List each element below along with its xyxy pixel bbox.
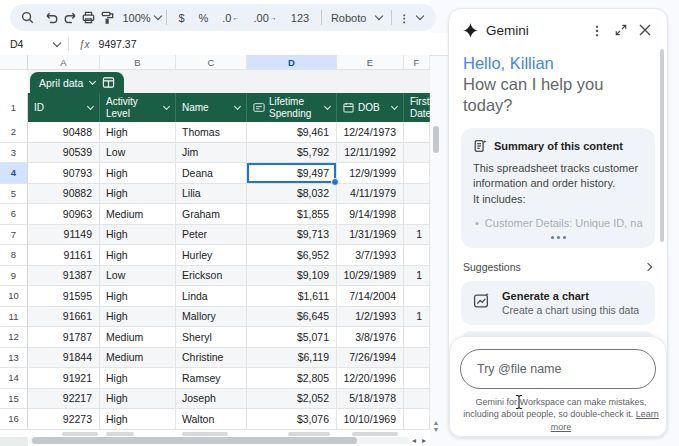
- cell-C13[interactable]: Christine: [176, 348, 247, 368]
- cell-E10[interactable]: 7/14/2004: [337, 286, 404, 306]
- cell-A2[interactable]: 90488: [28, 122, 100, 142]
- cell-F8[interactable]: [404, 245, 430, 265]
- cell-B3[interactable]: Low: [100, 143, 176, 163]
- column-header-F[interactable]: F: [404, 55, 430, 69]
- row-header-16[interactable]: 16: [0, 409, 28, 429]
- cell-E6[interactable]: 9/14/1998: [337, 204, 404, 224]
- cell-D3[interactable]: $5,792: [247, 143, 337, 163]
- cell-C14[interactable]: Ramsey: [176, 368, 247, 388]
- column-header-A[interactable]: A: [28, 55, 100, 69]
- cell-B4[interactable]: High: [100, 163, 176, 183]
- cell-B10[interactable]: High: [100, 286, 176, 306]
- cell-C11[interactable]: Mallory: [176, 307, 247, 327]
- cell-B13[interactable]: Medium: [100, 348, 176, 368]
- undo-icon[interactable]: [43, 4, 62, 31]
- cell-F15[interactable]: [404, 389, 430, 409]
- decrease-decimals-button[interactable]: .0←: [215, 4, 246, 31]
- cell-C12[interactable]: Sheryl: [176, 327, 247, 347]
- cell-A16[interactable]: 92273: [28, 409, 100, 429]
- cell-F12[interactable]: [404, 327, 430, 347]
- cell-E5[interactable]: 4/11/1979: [337, 184, 404, 204]
- table-header-lifetime-spending[interactable]: Lifetime Spending: [247, 93, 337, 122]
- cell-E14[interactable]: 12/20/1996: [337, 368, 404, 388]
- cell-C5[interactable]: Lilia: [176, 184, 247, 204]
- cell-D15[interactable]: $2,052: [247, 389, 337, 409]
- cell-D11[interactable]: $6,645: [247, 307, 337, 327]
- font-select[interactable]: Roboto: [327, 4, 386, 31]
- cell-F5[interactable]: [404, 184, 430, 204]
- horizontal-scroll-thumb[interactable]: [32, 437, 357, 444]
- cell-F11[interactable]: 1: [404, 307, 430, 327]
- table-header-first-date[interactable]: First Date: [404, 93, 430, 122]
- cell-F2[interactable]: [404, 122, 430, 142]
- row-header-15[interactable]: 15: [0, 389, 28, 409]
- cell-F16[interactable]: [404, 409, 430, 429]
- cell-C3[interactable]: Jim: [176, 143, 247, 163]
- cell-C8[interactable]: Hurley: [176, 245, 247, 265]
- table-header-dob[interactable]: DOB: [337, 93, 404, 122]
- summary-card[interactable]: Summary of this content This spreadsheet…: [461, 128, 655, 248]
- cell-A5[interactable]: 90882: [28, 184, 100, 204]
- cell-C16[interactable]: Walton: [176, 409, 247, 429]
- cell-A14[interactable]: 91921: [28, 368, 100, 388]
- cell-C15[interactable]: Joseph: [176, 389, 247, 409]
- cell-E2[interactable]: 12/24/1973: [337, 122, 404, 142]
- row-header-1[interactable]: 1: [0, 93, 28, 122]
- cell-B14[interactable]: High: [100, 368, 176, 388]
- cell-E15[interactable]: 5/18/1978: [337, 389, 404, 409]
- panel-more-options-icon[interactable]: ⋮: [589, 22, 605, 38]
- paint-format-icon[interactable]: [98, 4, 117, 31]
- cell-D13[interactable]: $6,119: [247, 348, 337, 368]
- column-header-E[interactable]: E: [337, 55, 404, 69]
- name-box-dropdown-icon[interactable]: [53, 38, 61, 46]
- cell-C10[interactable]: Linda: [176, 286, 247, 306]
- column-header-B[interactable]: B: [100, 55, 176, 69]
- cell-A7[interactable]: 91149: [28, 225, 100, 245]
- cell-D10[interactable]: $1,611: [247, 286, 337, 306]
- row-header-3[interactable]: 3: [0, 143, 28, 163]
- cell-A4[interactable]: 90793: [28, 163, 100, 183]
- cell-A11[interactable]: 91661: [28, 307, 100, 327]
- cell-F4[interactable]: [404, 163, 430, 183]
- row-header-7[interactable]: 7: [0, 225, 28, 245]
- name-box[interactable]: D4: [0, 38, 54, 50]
- cell-E7[interactable]: 1/31/1969: [337, 225, 404, 245]
- cell-A15[interactable]: 92217: [28, 389, 100, 409]
- cell-F10[interactable]: [404, 286, 430, 306]
- cell-D7[interactable]: $9,713: [247, 225, 337, 245]
- redo-icon[interactable]: [61, 4, 80, 31]
- cell-C6[interactable]: Graham: [176, 204, 247, 224]
- fill-handle[interactable]: [331, 178, 339, 186]
- cell-F6[interactable]: [404, 204, 430, 224]
- cell-D16[interactable]: $3,076: [247, 409, 337, 429]
- cell-B6[interactable]: Medium: [100, 204, 176, 224]
- prompt-input[interactable]: [460, 349, 656, 389]
- format-currency-button[interactable]: $: [171, 4, 191, 31]
- cell-A8[interactable]: 91161: [28, 245, 100, 265]
- panel-scrollbar[interactable]: [660, 49, 664, 242]
- column-dropdown-icon[interactable]: [324, 102, 331, 109]
- suggestion-generate-chart[interactable]: Generate a chart Create a chart using th…: [461, 281, 655, 325]
- cell-E12[interactable]: 3/8/1976: [337, 327, 404, 347]
- cell-A3[interactable]: 90539: [28, 143, 100, 163]
- row-header-13[interactable]: 13: [0, 348, 28, 368]
- cell-D8[interactable]: $6,952: [247, 245, 337, 265]
- zoom-select[interactable]: 100%: [123, 4, 161, 31]
- cell-E16[interactable]: 10/10/1969: [337, 409, 404, 429]
- cell-D9[interactable]: $9,109: [247, 266, 337, 286]
- column-header-C[interactable]: C: [176, 55, 247, 69]
- cell-D2[interactable]: $9,461: [247, 122, 337, 142]
- cell-E8[interactable]: 3/7/1993: [337, 245, 404, 265]
- cell-A12[interactable]: 91787: [28, 327, 100, 347]
- cell-B16[interactable]: High: [100, 409, 176, 429]
- row-header-14[interactable]: 14: [0, 368, 28, 388]
- cell-E3[interactable]: 12/11/1992: [337, 143, 404, 163]
- cell-C2[interactable]: Thomas: [176, 122, 247, 142]
- table-header-name[interactable]: Name: [176, 93, 247, 122]
- table-menu-chevron-icon[interactable]: [89, 77, 96, 84]
- suggestions-next-icon[interactable]: [644, 262, 652, 270]
- cell-E9[interactable]: 10/29/1989: [337, 266, 404, 286]
- expand-panel-icon[interactable]: [613, 22, 629, 38]
- cell-B2[interactable]: High: [100, 122, 176, 142]
- vertical-scroll-arrows[interactable]: ▲▼: [431, 419, 441, 433]
